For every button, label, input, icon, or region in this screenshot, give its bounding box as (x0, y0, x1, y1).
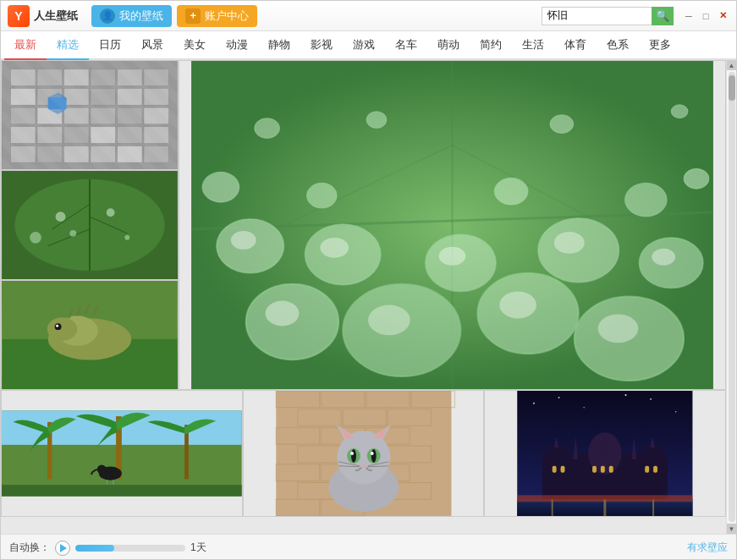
cat-selected[interactable]: 精选 (47, 31, 89, 60)
cat-anime[interactable]: 动漫 (216, 31, 258, 60)
cat-beauty[interactable]: 美女 (173, 31, 216, 60)
progress-fill (75, 545, 114, 552)
svg-rect-30 (144, 145, 169, 162)
img-bird (2, 281, 178, 389)
thumb-bird[interactable] (1, 280, 179, 390)
progress-bar[interactable] (75, 545, 185, 552)
svg-point-57 (266, 301, 300, 327)
cat-scenery[interactable]: 风景 (131, 31, 173, 60)
my-wallpaper-btn[interactable]: 👤 我的壁纸 (91, 5, 172, 27)
svg-point-71 (554, 232, 585, 254)
cat-colors[interactable]: 色系 (597, 31, 639, 60)
svg-rect-1 (10, 69, 36, 86)
svg-rect-3 (63, 69, 89, 86)
app-logo-text: 人生壁纸 (34, 8, 78, 24)
cat-more[interactable]: 更多 (639, 31, 681, 60)
thumb-tropical[interactable] (1, 390, 243, 517)
cat-simple[interactable]: 简约 (470, 31, 512, 60)
search-button[interactable]: 🔍 (652, 7, 674, 25)
svg-rect-14 (37, 107, 63, 124)
scrollbar: ▲ ▼ (726, 60, 736, 534)
svg-rect-152 (609, 466, 613, 473)
svg-rect-13 (10, 107, 36, 124)
cat-movies[interactable]: 影视 (300, 31, 343, 60)
svg-rect-148 (553, 466, 557, 473)
svg-point-59 (368, 305, 410, 336)
svg-point-125 (350, 452, 354, 455)
app-logo-icon: Y (8, 5, 30, 27)
svg-rect-25 (10, 145, 36, 162)
svg-rect-18 (144, 107, 169, 124)
svg-point-123 (351, 449, 356, 463)
bottom-section (1, 390, 726, 517)
svg-point-82 (671, 105, 688, 118)
svg-rect-7 (10, 88, 36, 105)
cat-cars[interactable]: 名车 (385, 31, 427, 60)
left-thumbnails (1, 60, 179, 390)
restore-button[interactable]: □ (699, 9, 712, 23)
svg-point-48 (47, 317, 77, 341)
scroll-down-arrow[interactable]: ▼ (727, 524, 737, 534)
svg-rect-31 (48, 97, 67, 109)
scroll-track[interactable] (729, 72, 735, 522)
img-3d-scene (2, 61, 178, 169)
svg-point-67 (320, 238, 349, 258)
top-section (1, 60, 726, 390)
svg-point-75 (306, 183, 337, 208)
svg-point-77 (624, 183, 667, 217)
svg-point-80 (366, 112, 387, 129)
cat-still[interactable]: 静物 (258, 31, 300, 60)
play-icon (60, 544, 67, 552)
svg-rect-5 (117, 69, 142, 86)
svg-rect-159 (518, 495, 693, 502)
svg-rect-12 (144, 88, 169, 105)
svg-point-138 (625, 394, 627, 396)
thumb-night-city[interactable] (484, 390, 726, 517)
cat-calendar[interactable]: 日历 (89, 31, 131, 60)
svg-rect-9 (63, 88, 89, 105)
svg-point-133 (533, 403, 535, 404)
svg-rect-19 (10, 127, 36, 144)
svg-rect-151 (601, 466, 605, 473)
thumb-3d[interactable] (1, 60, 179, 170)
svg-point-74 (202, 172, 239, 202)
duration-label: 1天 (190, 541, 206, 555)
svg-point-63 (598, 314, 639, 343)
svg-rect-20 (37, 127, 63, 144)
svg-rect-10 (91, 88, 116, 105)
play-button[interactable] (55, 541, 70, 556)
main-content: ▲ ▼ (1, 60, 736, 534)
svg-rect-4 (91, 69, 116, 86)
svg-point-76 (494, 178, 528, 205)
thumb-cat[interactable] (243, 390, 485, 517)
gallery (1, 60, 726, 534)
svg-rect-6 (144, 69, 169, 86)
svg-rect-16 (91, 107, 116, 124)
thumb-leaf[interactable] (1, 170, 179, 280)
cat-cute[interactable]: 萌动 (427, 31, 470, 60)
category-nav: 最新 精选 日历 风景 美女 动漫 静物 影视 游戏 名车 萌动 简约 生活 体… (1, 31, 736, 60)
featured-waterdrops[interactable] (179, 60, 726, 390)
svg-rect-8 (37, 88, 63, 105)
cat-sports[interactable]: 体育 (554, 31, 597, 60)
cat-life[interactable]: 生活 (512, 31, 554, 60)
scroll-thumb[interactable] (729, 75, 735, 101)
minimize-button[interactable]: ─ (682, 9, 696, 23)
close-button[interactable]: ✕ (716, 9, 729, 23)
scroll-up-arrow[interactable]: ▲ (727, 60, 737, 70)
cat-games[interactable]: 游戏 (343, 31, 385, 60)
svg-point-43 (30, 232, 41, 244)
svg-rect-92 (2, 485, 242, 497)
svg-point-135 (584, 407, 586, 409)
cat-latest[interactable]: 最新 (4, 31, 47, 60)
request-wallpaper-btn[interactable]: 有求壁应 (687, 541, 728, 553)
search-input[interactable] (542, 7, 652, 25)
svg-rect-0 (3, 61, 178, 169)
svg-point-137 (675, 411, 677, 413)
svg-point-39 (56, 211, 66, 222)
account-center-btn[interactable]: ＋ 账户中心 (177, 5, 257, 27)
svg-rect-149 (561, 466, 565, 473)
svg-rect-23 (117, 127, 142, 144)
svg-rect-150 (592, 466, 597, 473)
svg-rect-28 (91, 145, 116, 162)
